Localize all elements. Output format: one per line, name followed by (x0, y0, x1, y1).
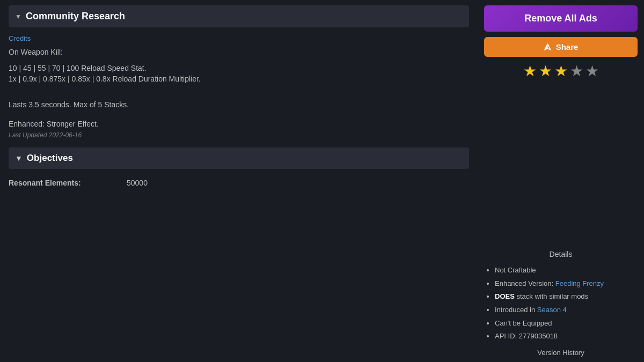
main-content: ▼ Community Research Credits On Weapon K… (0, 0, 478, 362)
share-label: Share (556, 42, 579, 51)
detail-cant-equip: Can't be Equipped (495, 317, 638, 330)
star-5[interactable]: ★ (586, 62, 599, 80)
details-section: Details Not Craftable Enhanced Version: … (484, 250, 638, 357)
last-updated: Last Updated 2022-06-16 (9, 131, 469, 139)
community-research-title: Community Research (26, 11, 125, 22)
feeding-frenzy-link[interactable]: Feeding Frenzy (555, 279, 604, 287)
detail-does-stack: DOES stack with similar mods (495, 290, 638, 304)
detail-not-craftable: Not Craftable (495, 264, 638, 277)
does-bold: DOES (495, 292, 515, 300)
season-4-link[interactable]: Season 4 (537, 306, 567, 314)
enhanced-text: Enhanced: Stronger Effect. (9, 120, 469, 128)
version-history-label: Version History (484, 349, 638, 357)
chevron-down-icon: ▼ (15, 13, 21, 20)
credits-link[interactable]: Credits (9, 34, 31, 42)
details-title: Details (484, 250, 638, 258)
stat-line-1: 10 | 45 | 55 | 70 | 100 Reload Speed Sta… (9, 64, 469, 72)
star-3[interactable]: ★ (554, 62, 568, 80)
details-list: Not Craftable Enhanced Version: Feeding … (484, 264, 638, 343)
detail-introduced-in: Introduced in Season 4 (495, 304, 638, 317)
objectives-title: Objectives (27, 153, 73, 164)
objectives-section: ▼ Objectives Resonant Elements: 50000 (9, 147, 469, 189)
objectives-header: ▼ Objectives (9, 147, 469, 169)
objective-value: 50000 (127, 179, 148, 187)
stat-line-2: 1x | 0.9x | 0.875x | 0.85x | 0.8x Reload… (9, 75, 469, 83)
objective-label: Resonant Elements: (9, 179, 127, 187)
remove-ads-button[interactable]: Remove All Ads (484, 5, 638, 32)
share-button[interactable]: ⮙ Share (484, 37, 638, 57)
spacer (484, 85, 638, 245)
detail-enhanced-version: Enhanced Version: Feeding Frenzy (495, 277, 638, 291)
star-4[interactable]: ★ (570, 62, 583, 80)
share-icon: ⮙ (544, 42, 552, 51)
star-1[interactable]: ★ (523, 62, 537, 80)
community-research-header: ▼ Community Research (9, 5, 469, 27)
detail-api-id: API ID: 2779035018 (495, 330, 638, 343)
objective-row: Resonant Elements: 50000 (9, 176, 469, 189)
duration-text: Lasts 3.5 seconds. Max of 5 Stacks. (9, 100, 469, 109)
stars-rating[interactable]: ★ ★ ★ ★ ★ (484, 62, 638, 80)
chevron-down-icon-2: ▼ (15, 154, 23, 162)
sidebar: Remove All Ads ⮙ Share ★ ★ ★ ★ ★ Details… (478, 0, 644, 362)
on-weapon-kill-label: On Weapon Kill: (9, 48, 469, 56)
star-2[interactable]: ★ (539, 62, 552, 80)
